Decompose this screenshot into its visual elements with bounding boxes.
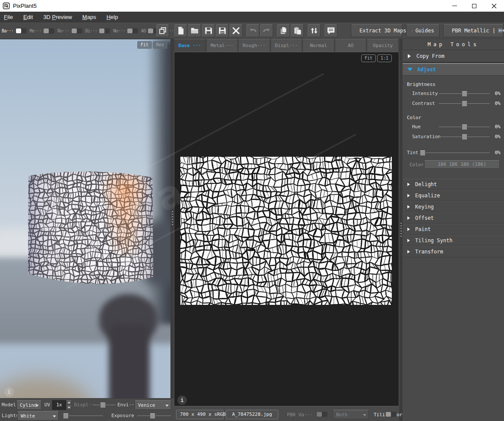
view-toggle-ro: Ro··· [57, 28, 82, 34]
minimize-button[interactable] [444, 0, 464, 12]
splitter-grip [400, 223, 402, 237]
preview-fit-button[interactable]: Fit [137, 41, 152, 49]
new-file-button[interactable] [174, 24, 187, 37]
pbr-variation-toggle[interactable] [316, 412, 328, 417]
tint-slider[interactable] [420, 150, 490, 156]
slider-thumb[interactable] [420, 150, 425, 156]
lights-value: White [21, 413, 35, 419]
save-icon [204, 26, 213, 35]
hue-slider[interactable] [439, 124, 490, 130]
section-adjust[interactable]: Adjust [403, 64, 504, 76]
undo-icon [249, 26, 257, 35]
preview-res-button[interactable]: Res [153, 41, 167, 49]
preview-cylinder[interactable] [0, 39, 170, 398]
toggle-switch[interactable] [127, 28, 138, 34]
slider-thumb[interactable] [150, 413, 155, 419]
tab-metal[interactable]: Metal··· [206, 39, 238, 52]
tab-displ[interactable]: Displ··· [271, 39, 302, 52]
model-dropdown[interactable]: Cylind [16, 400, 41, 410]
tab-opacity[interactable]: Opacity [367, 39, 399, 52]
triangle-right-icon [407, 228, 410, 231]
pbr-mode-button[interactable]: PBR Metallic | H+V [443, 24, 504, 37]
tiling-mode-dropdown[interactable]: Both [333, 410, 369, 419]
slider-thumb[interactable] [63, 413, 69, 419]
tab-ao[interactable]: AO [335, 39, 367, 52]
intensity-slider[interactable] [439, 91, 490, 97]
texture-fit-button[interactable]: Fit [361, 54, 376, 62]
tint-color-field[interactable]: 186 186 186 (186) [424, 160, 500, 169]
section-tiling-synth[interactable]: Tiling Synth [403, 235, 504, 246]
spin-down-button[interactable] [66, 405, 72, 410]
texture-viewport[interactable]: Fit 1:1 i [174, 52, 399, 406]
section-keying[interactable]: Keying [403, 201, 504, 212]
close-button[interactable] [484, 0, 504, 12]
tab-base[interactable]: Base ··· [174, 39, 206, 52]
open-folder-button[interactable] [188, 24, 201, 37]
uv-scale-stepper[interactable] [66, 400, 72, 410]
image-file-button[interactable]: A_78475228.jpg [226, 410, 278, 419]
maximize-button[interactable] [464, 0, 484, 12]
texture-info-button[interactable]: i [177, 396, 187, 405]
lights-dropdown[interactable]: White [17, 411, 59, 421]
left-splitter[interactable] [170, 39, 174, 398]
lights-intensity-slider[interactable] [63, 413, 103, 419]
section-delight[interactable]: Delight [403, 179, 504, 190]
undo-button[interactable] [246, 24, 259, 37]
section-copy-from[interactable]: Copy From [403, 50, 504, 62]
slider-label: Hue [412, 124, 421, 130]
delete-button[interactable] [230, 24, 243, 37]
toggle-switch[interactable] [43, 28, 54, 34]
saturation-slider[interactable] [439, 134, 490, 140]
adjust-section-body: BrightnessIntensity0%Contrast0%ColorHue0… [403, 76, 504, 171]
comment-button[interactable] [324, 24, 337, 37]
right-splitter[interactable] [399, 39, 403, 421]
contrast-slider[interactable] [439, 101, 490, 107]
copy-button[interactable] [277, 24, 290, 37]
toggle-label: Me··· [30, 28, 42, 33]
section-transform[interactable]: Transform [403, 246, 504, 257]
environment-dropdown[interactable]: Venice [135, 400, 171, 410]
float-view-button[interactable] [156, 24, 169, 37]
slider-thumb[interactable] [462, 101, 467, 107]
slider-thumb[interactable] [462, 134, 467, 140]
tint-slider-row: Tint0% [403, 148, 504, 158]
redo-button[interactable] [260, 24, 273, 37]
preview-3d-viewport[interactable]: Fit Res i [0, 39, 170, 398]
tab-rough[interactable]: Rough··· [238, 39, 270, 52]
save-as-button[interactable] [216, 24, 229, 37]
toggle-switch[interactable] [99, 28, 110, 34]
extract-3d-maps-button[interactable]: Extract 3D Maps [351, 24, 403, 37]
tab-normal[interactable]: Normal [302, 39, 334, 52]
menu-item-edit[interactable]: Edit [18, 12, 38, 22]
paste-button[interactable] [291, 24, 304, 37]
image-size-button[interactable]: 700 x 490 x sRGB [176, 410, 224, 419]
uv-scale-field[interactable]: 1x [52, 400, 66, 410]
texture-1to1-button[interactable]: 1:1 [377, 54, 392, 62]
section-paint[interactable]: Paint [403, 224, 504, 235]
guides-button[interactable]: Guides [406, 24, 440, 37]
color-group-label: Color [403, 109, 504, 122]
spin-up-button[interactable] [66, 400, 72, 405]
section-label: Paint [415, 226, 431, 232]
toggle-knob [148, 28, 153, 33]
section-offset[interactable]: Offset [403, 212, 504, 224]
menu-item-maps[interactable]: Maps [77, 12, 101, 22]
slider-thumb[interactable] [462, 124, 467, 130]
texture-image[interactable] [180, 157, 392, 305]
toggle-switch[interactable] [16, 28, 27, 34]
menu-item-3d-preview[interactable]: 3D Preview [38, 12, 77, 22]
new-file-icon [176, 26, 185, 35]
menu-item-file[interactable]: File [0, 12, 18, 22]
save-button[interactable] [202, 24, 215, 37]
delete-icon [232, 26, 240, 35]
displacement-slider[interactable] [93, 402, 116, 408]
tiling-borders-toggle[interactable] [385, 412, 397, 417]
preview-info-button[interactable]: i [4, 387, 14, 397]
exposure-slider[interactable] [137, 413, 171, 419]
slider-thumb[interactable] [462, 91, 467, 97]
menu-item-help[interactable]: Help [101, 12, 123, 22]
swap-vertical-button[interactable] [308, 24, 321, 37]
slider-thumb[interactable] [100, 402, 106, 408]
toggle-switch[interactable] [71, 28, 82, 34]
section-equalize[interactable]: Equalize [403, 190, 504, 201]
